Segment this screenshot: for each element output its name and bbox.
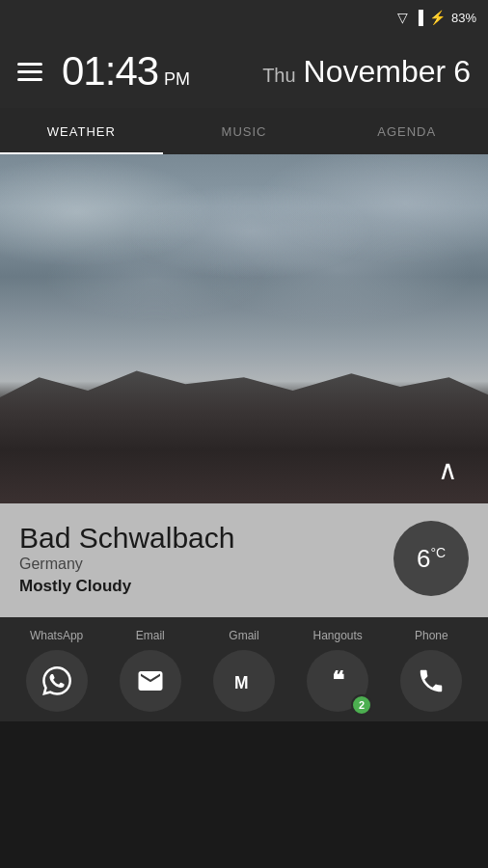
dock-icons-row: M ❝ 2 [0, 650, 488, 712]
hangouts-app[interactable]: ❝ 2 [307, 650, 368, 712]
whatsapp-app[interactable] [26, 650, 88, 712]
date-number: 6 [453, 54, 471, 90]
weather-condition: Mostly Cloudy [19, 577, 393, 596]
weather-background [0, 154, 488, 503]
clock-ampm: PM [164, 69, 190, 90]
email-icon [136, 666, 165, 695]
phone-icon [417, 666, 446, 695]
app-dock: WhatsApp Email Gmail Hangouts Phone [0, 617, 488, 721]
wifi-icon: ▽ [397, 10, 408, 25]
phone-label: Phone [393, 629, 470, 642]
header-bar: 01:43 PM Thu November 6 [0, 35, 488, 108]
hangouts-badge: 2 [351, 694, 372, 716]
temperature-value: 6°C [417, 544, 446, 574]
hangouts-icon: ❝ [332, 669, 344, 692]
weather-info-panel: Bad Schwalbach Germany Mostly Cloudy 6°C [0, 503, 488, 617]
tabs-bar: WEATHER MUSIC AGENDA [0, 108, 488, 154]
clock-time: 01:43 [62, 48, 158, 95]
email-label: Email [112, 629, 189, 642]
email-icon-circle [120, 650, 181, 712]
gmail-label: Gmail [205, 629, 283, 642]
battery-percentage: 83% [451, 11, 476, 25]
whatsapp-icon [42, 666, 71, 695]
svg-text:M: M [234, 673, 249, 692]
weather-text-block: Bad Schwalbach Germany Mostly Cloudy [19, 522, 393, 596]
temperature-circle: 6°C [393, 521, 469, 596]
date-day: Thu [262, 65, 295, 87]
hangouts-icon-circle: ❝ 2 [307, 650, 368, 712]
status-bar: ▽ ▐ ⚡ 83% [0, 0, 488, 35]
hangouts-label: Hangouts [299, 629, 376, 642]
signal-icon: ▐ [414, 10, 423, 25]
chevron-up-button[interactable] [426, 449, 469, 492]
country-name: Germany [19, 556, 393, 573]
time-display: 01:43 PM [62, 48, 243, 95]
menu-button[interactable] [17, 63, 42, 81]
dock-labels: WhatsApp Email Gmail Hangouts Phone [0, 629, 488, 642]
date-month: November [304, 54, 447, 90]
tab-weather[interactable]: WEATHER [0, 108, 163, 154]
email-app[interactable] [120, 650, 181, 712]
battery-icon: ⚡ [429, 10, 446, 25]
tab-music[interactable]: MUSIC [163, 108, 326, 154]
whatsapp-icon-circle [26, 650, 88, 712]
city-name: Bad Schwalbach [19, 522, 393, 554]
whatsapp-label: WhatsApp [18, 629, 95, 642]
phone-icon-circle [400, 650, 462, 712]
gmail-app[interactable]: M [213, 650, 275, 712]
gmail-icon-circle: M [213, 650, 275, 712]
tab-agenda[interactable]: AGENDA [325, 108, 488, 154]
gmail-icon: M [230, 666, 258, 695]
phone-app[interactable] [400, 650, 462, 712]
date-display: Thu November 6 [262, 54, 471, 90]
